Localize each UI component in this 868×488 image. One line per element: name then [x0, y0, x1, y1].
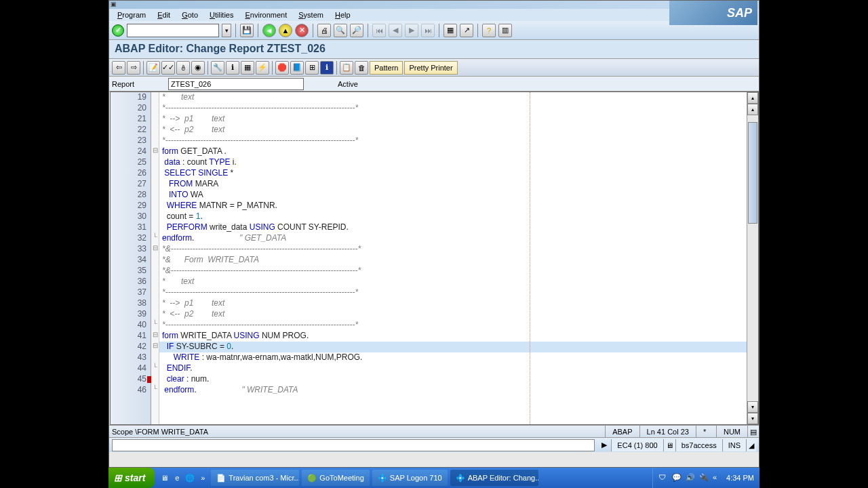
code-line[interactable]: * <-- p2 text: [159, 125, 747, 136]
scroll-down-button[interactable]: ▾: [747, 401, 758, 413]
scroll-down2-button[interactable]: ▾: [747, 413, 758, 424]
scroll-up2-button[interactable]: ▴: [747, 104, 758, 115]
code-line[interactable]: *& Form WRITE_DATA: [159, 255, 747, 266]
breakpoint-marker[interactable]: [147, 376, 151, 383]
display-object-button[interactable]: ℹ: [226, 61, 239, 75]
help-button[interactable]: ?: [482, 24, 496, 37]
other-object-button[interactable]: 📝: [146, 61, 160, 75]
code-line[interactable]: *---------------------------------------…: [159, 136, 747, 146]
menu-goto[interactable]: Goto: [176, 9, 203, 20]
taskbar-item[interactable]: 💠ABAP Editor: Chang...: [450, 470, 538, 486]
taskbar-item[interactable]: 🟢GoToMeeting: [302, 470, 369, 486]
vertical-scrollbar[interactable]: ▴ ▴ ▾ ▾: [747, 92, 758, 424]
code-line[interactable]: clear : num.: [159, 374, 747, 385]
status-layout-icon[interactable]: ◢: [746, 439, 756, 451]
more-icon[interactable]: »: [197, 472, 208, 483]
menu-help[interactable]: Help: [330, 9, 356, 20]
ie-icon[interactable]: e: [172, 472, 182, 483]
enter-button[interactable]: ✓: [112, 24, 124, 37]
code-line[interactable]: SELECT SINGLE *: [159, 168, 747, 179]
nav-forward-button[interactable]: ⇨: [127, 61, 140, 75]
find-next-button[interactable]: 🔎: [350, 24, 363, 37]
menu-program[interactable]: Program: [112, 9, 151, 20]
pretty-printer-button[interactable]: Pretty Printer: [404, 61, 457, 75]
command-history-dropdown[interactable]: ▾: [222, 24, 231, 37]
scroll-track[interactable]: [747, 115, 758, 401]
menu-environment[interactable]: Environment: [239, 9, 292, 20]
tray-icon-1[interactable]: 🛡: [658, 473, 668, 483]
command-field[interactable]: [127, 24, 219, 37]
new-session-button[interactable]: ▦: [443, 24, 457, 37]
code-line[interactable]: * --> p1 text: [159, 298, 747, 309]
scroll-up-button[interactable]: ▴: [747, 92, 758, 104]
fold-column[interactable]: ⊟└⊟└⊟⊟└└: [151, 92, 159, 424]
report-name-input[interactable]: [168, 78, 304, 90]
test-button[interactable]: ◉: [191, 61, 205, 75]
print-button[interactable]: 🖨: [317, 24, 331, 37]
menu-utilities[interactable]: Utilities: [204, 9, 239, 20]
tray-icon-4[interactable]: 🔌: [699, 473, 709, 483]
tray-icon-3[interactable]: 🔊: [686, 473, 695, 483]
code-line[interactable]: ENDIF.: [159, 363, 747, 374]
save-button[interactable]: 💾: [240, 24, 254, 37]
start-button[interactable]: ⊞ start: [108, 468, 155, 488]
code-line[interactable]: data : count TYPE i.: [159, 157, 747, 168]
code-line[interactable]: form WRITE_DATA USING NUM PROG.: [159, 331, 747, 342]
taskbar-item[interactable]: 📄Travian com3 - Micr...: [211, 470, 299, 486]
fullscreen-button[interactable]: ℹ: [320, 61, 334, 75]
code-line[interactable]: *&--------------------------------------…: [159, 244, 747, 255]
code-line[interactable]: endform. " GET_DATA: [159, 233, 747, 244]
menu-edit[interactable]: Edit: [152, 9, 176, 20]
clock[interactable]: 4:34 PM: [726, 474, 754, 482]
fold-toggle[interactable]: ⊟: [151, 342, 159, 352]
fold-toggle[interactable]: └: [151, 385, 159, 396]
tray-more-icon[interactable]: «: [713, 473, 722, 483]
fold-toggle[interactable]: └: [151, 320, 159, 331]
help-abap-button[interactable]: 📘: [290, 61, 304, 75]
fold-toggle[interactable]: ⊟: [151, 244, 159, 255]
activate-button[interactable]: 🕯: [176, 61, 190, 75]
pattern-button[interactable]: Pattern: [370, 61, 403, 75]
check-button[interactable]: ✓✓: [161, 61, 175, 75]
code-line[interactable]: INTO WA: [159, 190, 747, 201]
next-page-button[interactable]: ▶: [405, 24, 418, 37]
code-line[interactable]: FROM MARA: [159, 179, 747, 190]
code-line[interactable]: form GET_DATA .: [159, 146, 747, 157]
fold-toggle[interactable]: └: [151, 233, 159, 244]
toggle-button[interactable]: ⊞: [305, 61, 319, 75]
code-area[interactable]: * text*---------------------------------…: [159, 92, 747, 424]
enhance-button[interactable]: ⚡: [256, 61, 269, 75]
status-expand-icon[interactable]: ▶: [597, 441, 611, 449]
show-desktop-icon[interactable]: 🖥: [159, 472, 170, 483]
app-menu-icon[interactable]: ▣: [111, 1, 119, 9]
delete-button[interactable]: 🗑: [355, 61, 368, 75]
first-page-button[interactable]: ⏮: [372, 24, 386, 37]
layout-button[interactable]: ▥: [498, 24, 512, 37]
nav-back-button[interactable]: ⇦: [112, 61, 125, 75]
find-button[interactable]: 🔍: [334, 24, 347, 37]
menu-system[interactable]: System: [293, 9, 329, 20]
code-editor[interactable]: 1920212223242526272829303132333435363738…: [110, 92, 759, 425]
code-line[interactable]: *&--------------------------------------…: [159, 266, 747, 277]
code-line[interactable]: *---------------------------------------…: [159, 103, 747, 114]
code-line[interactable]: * text: [159, 277, 747, 287]
prev-page-button[interactable]: ◀: [389, 24, 402, 37]
code-line[interactable]: count = 1.: [159, 211, 747, 222]
code-line[interactable]: * text: [159, 92, 747, 103]
scroll-thumb[interactable]: [748, 122, 757, 224]
code-line[interactable]: *---------------------------------------…: [159, 287, 747, 298]
last-page-button[interactable]: ⏭: [421, 24, 435, 37]
code-line[interactable]: * <-- p2 text: [159, 309, 747, 320]
fold-toggle[interactable]: ⊟: [151, 146, 159, 157]
fold-toggle[interactable]: ⊟: [151, 331, 159, 342]
code-line[interactable]: WRITE : wa-matnr,wa-ernam,wa-matkl,NUM,P…: [159, 352, 747, 363]
shortcut-button[interactable]: ↗: [460, 24, 473, 37]
code-line[interactable]: * --> p1 text: [159, 114, 747, 125]
scope-options-icon[interactable]: ▤: [747, 426, 759, 438]
back-button[interactable]: ◄: [262, 24, 276, 37]
fold-toggle[interactable]: └: [151, 363, 159, 374]
exit-button[interactable]: ▲: [279, 24, 292, 37]
browser-icon[interactable]: 🌐: [184, 472, 195, 483]
display-list-button[interactable]: 📋: [340, 61, 353, 75]
code-line[interactable]: WHERE MATNR = P_MATNR.: [159, 201, 747, 211]
